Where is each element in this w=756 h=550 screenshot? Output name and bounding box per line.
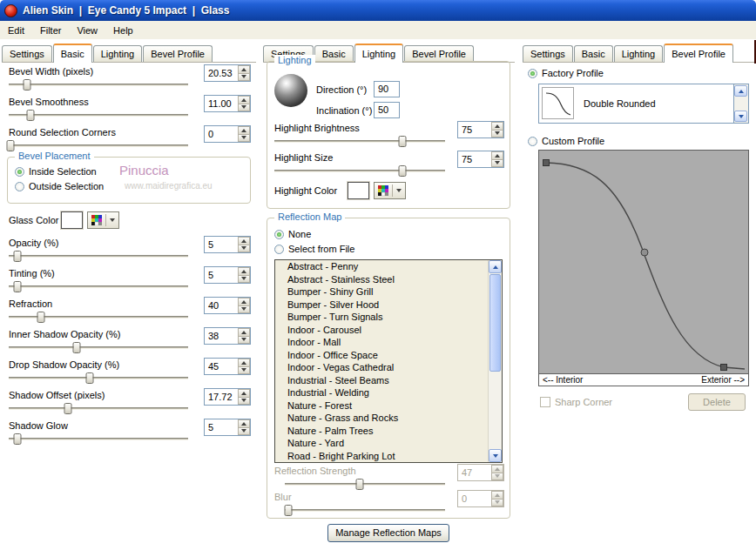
tab-bevel-profile[interactable]: Bevel Profile (664, 44, 733, 63)
slider-thumb[interactable] (399, 165, 407, 177)
list-item[interactable]: Abstract - Stainless Steel (275, 273, 502, 286)
spinner-value[interactable]: 11.00 (205, 96, 238, 111)
spin-down-button[interactable] (238, 337, 250, 345)
bevel-profile-curve-editor[interactable]: <-- Interior Exterior --> (538, 150, 749, 386)
direction-input[interactable]: 90 (374, 81, 400, 97)
value-spinner[interactable]: 17.72 (204, 388, 251, 406)
list-item[interactable]: Abstract - Penny (275, 260, 502, 273)
curve-endpoint-handle[interactable] (543, 160, 550, 166)
slider-track[interactable] (9, 317, 188, 319)
spin-up-button[interactable] (238, 359, 250, 367)
bevel-profile-curve[interactable] (539, 151, 748, 372)
spin-down-button[interactable] (491, 160, 503, 168)
list-item[interactable]: Bumper - Turn Signals (275, 311, 502, 324)
spinner-value[interactable]: 75 (458, 122, 491, 138)
slider-track[interactable] (274, 141, 445, 143)
menu-item[interactable]: Filter (32, 22, 69, 38)
spin-up-button[interactable] (238, 328, 250, 337)
spinner-value[interactable]: 5 (205, 419, 238, 435)
slider-track[interactable] (9, 115, 188, 117)
spin-down-button[interactable] (238, 104, 250, 112)
spin-up-button[interactable] (238, 96, 250, 104)
scrollbar-thumb[interactable] (489, 274, 501, 372)
list-scrollbar[interactable] (488, 260, 502, 462)
spin-up-button[interactable] (238, 237, 250, 245)
slider-thumb[interactable] (14, 433, 22, 445)
factory-profile-dropdown[interactable]: Double Rounded (538, 84, 749, 124)
profile-dropdown-scrollbar[interactable] (733, 84, 748, 123)
value-spinner[interactable]: 75 (457, 151, 504, 168)
radio-select-from-file[interactable]: Select from File (274, 244, 354, 254)
slider-track[interactable] (9, 145, 188, 147)
scroll-down-button[interactable] (734, 111, 747, 122)
list-item[interactable]: Indoor - Vegas Cathedral (275, 361, 502, 374)
inclination-input[interactable]: 50 (374, 102, 400, 118)
spin-down-button[interactable] (491, 131, 503, 138)
menu-item[interactable]: Help (105, 22, 141, 38)
tab-lighting[interactable]: Lighting (614, 45, 664, 62)
list-item[interactable]: Nature - Yard (275, 437, 502, 450)
menu-item[interactable]: View (69, 22, 105, 38)
tab-lighting[interactable]: Lighting (354, 44, 404, 63)
slider-thumb[interactable] (14, 281, 22, 292)
spin-down-button[interactable] (238, 428, 250, 436)
tab-settings[interactable]: Settings (523, 45, 573, 62)
slider-thumb[interactable] (23, 79, 30, 91)
spin-down-button[interactable] (238, 306, 250, 314)
spinner-value[interactable]: 20.53 (205, 65, 238, 81)
highlight-color-swatch[interactable] (348, 182, 369, 199)
list-item[interactable]: Nature - Forest (275, 399, 502, 412)
list-item[interactable]: Bumper - Silver Hood (275, 298, 502, 312)
spin-up-button[interactable] (238, 126, 250, 135)
radio-factory-profile[interactable]: Factory Profile (528, 68, 604, 78)
value-spinner[interactable]: 45 (204, 358, 251, 375)
scroll-up-button[interactable] (489, 260, 502, 273)
spin-up-button[interactable] (238, 267, 250, 276)
list-item[interactable]: Nature - Palm Trees (275, 425, 502, 438)
slider-thumb[interactable] (14, 251, 22, 262)
glass-color-picker-button[interactable] (87, 211, 119, 229)
slider-track[interactable] (9, 439, 188, 440)
spinner-value[interactable]: 38 (205, 328, 238, 344)
spinner-value[interactable]: 75 (458, 151, 491, 167)
radio-icon[interactable] (528, 69, 537, 78)
spinner-value[interactable]: 40 (205, 298, 238, 313)
slider-track[interactable] (9, 347, 188, 349)
tab-lighting[interactable]: Lighting (93, 45, 143, 62)
list-item[interactable]: Industrial - Welding (275, 386, 502, 399)
radio-custom-profile[interactable]: Custom Profile (528, 136, 604, 146)
radio-inside-selection[interactable]: Inside Selection (15, 166, 97, 177)
value-spinner[interactable]: 5 (204, 419, 251, 436)
manage-reflection-maps-button[interactable]: Manage Reflection Maps (327, 524, 449, 542)
value-spinner[interactable]: 75 (457, 121, 504, 138)
curve-midpoint-handle[interactable] (641, 249, 648, 256)
tab-basic[interactable]: Basic (53, 44, 92, 63)
tab-basic[interactable]: Basic (574, 45, 613, 62)
light-direction-ball[interactable] (274, 74, 307, 107)
spin-down-button[interactable] (238, 367, 250, 375)
list-item[interactable]: Bumper - Shiny Grill (275, 285, 502, 298)
slider-thumb[interactable] (73, 342, 81, 353)
spin-up-button[interactable] (238, 298, 250, 306)
radio-icon[interactable] (15, 167, 24, 177)
spin-up-button[interactable] (238, 419, 250, 428)
list-item[interactable]: Indoor - Office Space (275, 349, 502, 362)
slider-track[interactable] (9, 378, 188, 379)
slider-thumb[interactable] (85, 372, 93, 384)
list-item[interactable]: Indoor - Carousel (275, 324, 502, 337)
spinner-value[interactable]: 5 (205, 237, 238, 252)
spin-down-button[interactable] (238, 245, 250, 253)
slider-thumb[interactable] (7, 140, 15, 151)
radio-icon[interactable] (528, 137, 537, 146)
slider-thumb[interactable] (64, 403, 71, 414)
spin-up-button[interactable] (491, 122, 503, 131)
spinner-value[interactable]: 0 (205, 126, 238, 142)
scroll-up-button[interactable] (734, 85, 747, 97)
value-spinner[interactable]: 5 (204, 236, 251, 253)
list-item[interactable]: Nature - Grass and Rocks (275, 412, 502, 425)
slider-thumb[interactable] (399, 136, 407, 147)
value-spinner[interactable]: 20.53 (204, 64, 251, 82)
glass-color-swatch[interactable] (61, 211, 83, 229)
spin-down-button[interactable] (238, 398, 250, 406)
tab-settings[interactable]: Settings (2, 45, 52, 62)
